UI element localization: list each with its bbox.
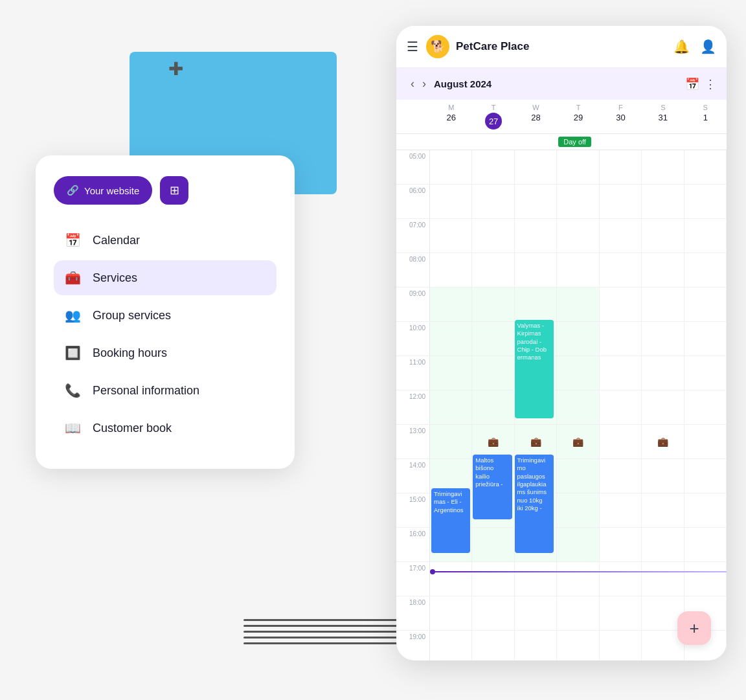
cell-0900-col6[interactable] xyxy=(642,288,684,321)
cell-1300-col2[interactable]: 💼 xyxy=(472,425,514,458)
cell-1100-col5[interactable] xyxy=(600,356,642,390)
cell-0900-col5[interactable] xyxy=(600,288,642,321)
cell-0800-col2[interactable] xyxy=(472,253,514,287)
cell-1800-col1[interactable] xyxy=(430,596,472,630)
cell-1800-col4[interactable] xyxy=(557,596,599,630)
cell-1700-col2[interactable] xyxy=(472,562,514,596)
event-1[interactable]: Maltos bišono kailio priežiūra - xyxy=(473,455,512,519)
cell-1200-col5[interactable] xyxy=(600,390,642,424)
bell-icon[interactable]: 🔔 xyxy=(673,39,690,54)
cell-1200-col2[interactable] xyxy=(472,390,514,424)
cell-1400-col7[interactable] xyxy=(684,459,727,493)
event-0[interactable]: Valymas - Kirpimas parodai - Chip - Dob … xyxy=(515,320,554,418)
cell-1700-col4[interactable] xyxy=(557,562,599,596)
cell-1200-col4[interactable] xyxy=(557,390,599,424)
cell-1900-col2[interactable] xyxy=(472,631,514,660)
sidebar-item-calendar[interactable]: 📅 Calendar xyxy=(54,223,277,258)
cell-0900-col2[interactable] xyxy=(472,288,514,321)
cell-0800-col5[interactable] xyxy=(600,253,642,287)
cell-0800-col7[interactable] xyxy=(684,253,727,287)
event-2[interactable]: Trimingavi mo paslaugos ilgaplaukia ms š… xyxy=(515,455,554,553)
cell-1900-col1[interactable] xyxy=(430,631,472,660)
sidebar-item-group_services[interactable]: 👥 Group services xyxy=(54,298,277,333)
sidebar-item-booking_hours[interactable]: 🔲 Booking hours xyxy=(54,335,277,370)
cell-1000-col7[interactable] xyxy=(684,322,727,356)
cell-0700-col3[interactable] xyxy=(515,219,557,253)
cell-1200-col6[interactable] xyxy=(642,390,684,424)
sidebar-item-services[interactable]: 🧰 Services xyxy=(54,260,277,295)
more-options-icon[interactable]: ⋮ xyxy=(705,77,716,91)
cell-0700-col7[interactable] xyxy=(684,219,727,253)
cell-1900-col5[interactable] xyxy=(600,631,642,660)
cell-1300-col1[interactable] xyxy=(430,425,472,458)
cell-1000-col2[interactable] xyxy=(472,322,514,356)
cell-1100-col6[interactable] xyxy=(642,356,684,390)
sidebar-item-personal_info[interactable]: 📞 Personal information xyxy=(54,373,277,408)
cell-1000-col4[interactable] xyxy=(557,322,599,356)
next-month-button[interactable]: › xyxy=(418,74,430,93)
cell-0500-col3[interactable] xyxy=(515,150,557,184)
cell-1600-col7[interactable] xyxy=(684,528,727,561)
add-event-button[interactable]: + xyxy=(677,611,711,645)
cell-1200-col7[interactable] xyxy=(684,390,727,424)
cell-0500-col6[interactable] xyxy=(642,150,684,184)
event-3[interactable]: Trimingavi mas - Eli - Argentinos xyxy=(431,488,470,553)
cell-1300-col6[interactable]: 💼 xyxy=(642,425,684,458)
cell-1000-col5[interactable] xyxy=(600,322,642,356)
cell-0900-col3[interactable] xyxy=(515,288,557,321)
cell-0700-col2[interactable] xyxy=(472,219,514,253)
calendar-grid[interactable]: 05:0006:0007:0008:0009:0010:0011:0012:00… xyxy=(396,150,727,660)
cell-0600-col2[interactable] xyxy=(472,185,514,218)
sidebar-item-customer_book[interactable]: 📖 Customer book xyxy=(54,411,277,446)
cell-0600-col5[interactable] xyxy=(600,185,642,218)
cell-1900-col4[interactable] xyxy=(557,631,599,660)
cell-0500-col7[interactable] xyxy=(684,150,727,184)
cell-1700-col7[interactable] xyxy=(684,562,727,596)
cell-1500-col5[interactable] xyxy=(600,493,642,527)
cell-1000-col6[interactable] xyxy=(642,322,684,356)
cell-1300-col7[interactable] xyxy=(684,425,727,458)
prev-month-button[interactable]: ‹ xyxy=(407,74,418,93)
cell-1800-col2[interactable] xyxy=(472,596,514,630)
cell-1300-col4[interactable]: 💼 xyxy=(557,425,599,458)
cell-1300-col3[interactable]: 💼 xyxy=(515,425,557,458)
cell-1600-col2[interactable] xyxy=(472,528,514,561)
cell-0800-col4[interactable] xyxy=(557,253,599,287)
cell-1500-col4[interactable] xyxy=(557,493,599,527)
cell-0500-col5[interactable] xyxy=(600,150,642,184)
cell-0500-col1[interactable] xyxy=(430,150,472,184)
account-icon[interactable]: 👤 xyxy=(700,39,716,54)
cell-1700-col5[interactable] xyxy=(600,562,642,596)
cell-0700-col6[interactable] xyxy=(642,219,684,253)
cell-0900-col1[interactable] xyxy=(430,288,472,321)
cell-1900-col3[interactable] xyxy=(515,631,557,660)
cell-0800-col6[interactable] xyxy=(642,253,684,287)
cell-1600-col5[interactable] xyxy=(600,528,642,561)
cell-0600-col6[interactable] xyxy=(642,185,684,218)
qr-button[interactable]: ⊞ xyxy=(160,176,188,205)
cell-1400-col4[interactable] xyxy=(557,459,599,493)
website-button[interactable]: 🔗 Your website xyxy=(54,176,152,205)
cell-0600-col3[interactable] xyxy=(515,185,557,218)
cell-1700-col6[interactable] xyxy=(642,562,684,596)
cell-1800-col5[interactable] xyxy=(600,596,642,630)
cell-1200-col1[interactable] xyxy=(430,390,472,424)
cell-1100-col1[interactable] xyxy=(430,356,472,390)
cell-0500-col2[interactable] xyxy=(472,150,514,184)
cell-1600-col4[interactable] xyxy=(557,528,599,561)
cell-1400-col6[interactable] xyxy=(642,459,684,493)
cell-1000-col1[interactable] xyxy=(430,322,472,356)
cell-1600-col6[interactable] xyxy=(642,528,684,561)
cell-0500-col4[interactable] xyxy=(557,150,599,184)
cell-0800-col3[interactable] xyxy=(515,253,557,287)
cell-1400-col5[interactable] xyxy=(600,459,642,493)
cell-1100-col4[interactable] xyxy=(557,356,599,390)
cell-0600-col7[interactable] xyxy=(684,185,727,218)
cell-1700-col3[interactable] xyxy=(515,562,557,596)
cell-1800-col3[interactable] xyxy=(515,596,557,630)
cell-0600-col4[interactable] xyxy=(557,185,599,218)
cell-0800-col1[interactable] xyxy=(430,253,472,287)
menu-icon[interactable]: ☰ xyxy=(407,39,418,54)
cell-1300-col5[interactable] xyxy=(600,425,642,458)
cell-0900-col7[interactable] xyxy=(684,288,727,321)
